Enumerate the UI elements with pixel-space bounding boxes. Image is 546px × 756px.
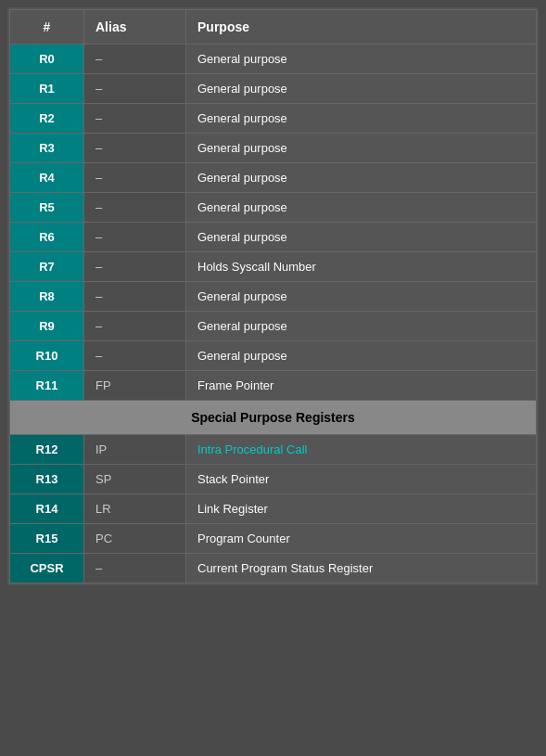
register-purpose: Program Counter bbox=[186, 524, 537, 554]
register-alias: – bbox=[84, 282, 186, 312]
table-body: R0–General purposeR1–General purposeR2–G… bbox=[10, 45, 537, 583]
table-row: R3–General purpose bbox=[10, 134, 537, 163]
register-id: R8 bbox=[10, 282, 84, 312]
table-row: R12IPIntra Procedural Call bbox=[10, 435, 537, 465]
table-row: R13SPStack Pointer bbox=[10, 465, 537, 494]
register-purpose: General purpose bbox=[186, 341, 537, 371]
register-purpose: General purpose bbox=[186, 163, 537, 193]
col-header-purpose: Purpose bbox=[186, 10, 537, 45]
register-alias: SP bbox=[84, 465, 186, 494]
register-purpose: General purpose bbox=[186, 45, 537, 74]
register-id: R5 bbox=[10, 193, 84, 223]
register-alias: – bbox=[84, 163, 186, 193]
register-purpose: General purpose bbox=[186, 104, 537, 134]
register-id: R14 bbox=[10, 494, 84, 524]
register-purpose: General purpose bbox=[186, 312, 537, 341]
col-header-alias: Alias bbox=[84, 10, 186, 45]
register-purpose: General purpose bbox=[186, 193, 537, 223]
register-alias: – bbox=[84, 554, 186, 583]
register-id: R9 bbox=[10, 312, 84, 341]
register-id: R0 bbox=[10, 45, 84, 74]
table-row: R6–General purpose bbox=[10, 223, 537, 252]
register-id: R11 bbox=[10, 371, 84, 401]
registers-table-container: # Alias Purpose R0–General purposeR1–Gen… bbox=[7, 7, 539, 585]
register-alias: – bbox=[84, 312, 186, 341]
register-alias: – bbox=[84, 45, 186, 74]
table-row: R11FPFrame Pointer bbox=[10, 371, 537, 401]
register-purpose: Intra Procedural Call bbox=[186, 435, 537, 465]
table-row: R1–General purpose bbox=[10, 74, 537, 104]
table-row: R9–General purpose bbox=[10, 312, 537, 341]
register-alias: LR bbox=[84, 494, 186, 524]
register-alias: – bbox=[84, 134, 186, 163]
table-row: R7–Holds Syscall Number bbox=[10, 252, 537, 282]
register-purpose: Stack Pointer bbox=[186, 465, 537, 494]
register-purpose: Holds Syscall Number bbox=[186, 252, 537, 282]
register-purpose: General purpose bbox=[186, 223, 537, 252]
table-row: R2–General purpose bbox=[10, 104, 537, 134]
register-alias: – bbox=[84, 74, 186, 104]
register-id: R12 bbox=[10, 435, 84, 465]
table-row: R15PCProgram Counter bbox=[10, 524, 537, 554]
table-row: R8–General purpose bbox=[10, 282, 537, 312]
table-row: R5–General purpose bbox=[10, 193, 537, 223]
section-header-row: Special Purpose Registers bbox=[10, 401, 537, 435]
register-purpose: Frame Pointer bbox=[186, 371, 537, 401]
register-purpose: Link Register bbox=[186, 494, 537, 524]
table-row: CPSR–Current Program Status Register bbox=[10, 554, 537, 583]
register-id: CPSR bbox=[10, 554, 84, 583]
register-purpose: Current Program Status Register bbox=[186, 554, 537, 583]
register-alias: IP bbox=[84, 435, 186, 465]
table-row: R14LRLink Register bbox=[10, 494, 537, 524]
registers-table: # Alias Purpose R0–General purposeR1–Gen… bbox=[9, 9, 537, 583]
register-alias: – bbox=[84, 104, 186, 134]
table-row: R0–General purpose bbox=[10, 45, 537, 74]
section-header-label: Special Purpose Registers bbox=[10, 401, 537, 435]
table-header-row: # Alias Purpose bbox=[10, 10, 537, 45]
register-id: R7 bbox=[10, 252, 84, 282]
register-id: R2 bbox=[10, 104, 84, 134]
register-alias: PC bbox=[84, 524, 186, 554]
register-purpose: General purpose bbox=[186, 74, 537, 104]
register-alias: – bbox=[84, 223, 186, 252]
register-id: R6 bbox=[10, 223, 84, 252]
register-id: R1 bbox=[10, 74, 84, 104]
register-purpose: General purpose bbox=[186, 134, 537, 163]
register-id: R4 bbox=[10, 163, 84, 193]
register-id: R15 bbox=[10, 524, 84, 554]
register-id: R10 bbox=[10, 341, 84, 371]
register-alias: – bbox=[84, 341, 186, 371]
register-purpose: General purpose bbox=[186, 282, 537, 312]
register-alias: – bbox=[84, 193, 186, 223]
register-alias: FP bbox=[84, 371, 186, 401]
table-row: R4–General purpose bbox=[10, 163, 537, 193]
register-id: R3 bbox=[10, 134, 84, 163]
table-row: R10–General purpose bbox=[10, 341, 537, 371]
register-alias: – bbox=[84, 252, 186, 282]
col-header-number: # bbox=[10, 10, 84, 45]
register-id: R13 bbox=[10, 465, 84, 494]
